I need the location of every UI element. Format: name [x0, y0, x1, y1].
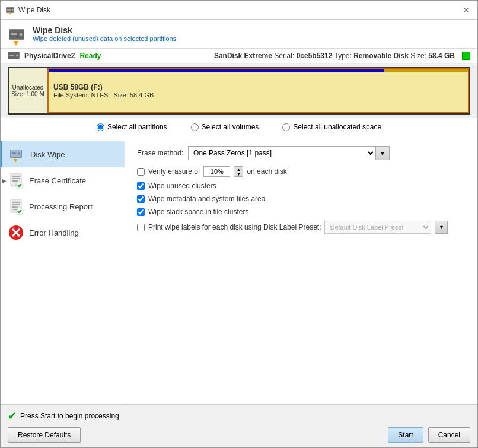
sidebar-item-processing-report-label: Processing Report — [29, 202, 93, 211]
svg-marker-4 — [9, 12, 11, 15]
drive-brand: SanDisk Extreme — [214, 52, 272, 60]
footer-status: ✔ Press Start to begin processing — [8, 409, 470, 422]
svg-rect-27 — [12, 206, 18, 208]
partition-size: Size: 58.4 GB — [113, 91, 154, 99]
svg-rect-13 — [9, 55, 14, 56]
sidebar-item-disk-wipe[interactable]: Disk Wipe — [1, 141, 125, 167]
wipe-disk-title-icon — [5, 5, 15, 15]
footer: ✔ Press Start to begin processing Restor… — [1, 404, 477, 447]
print-labels-checkbox[interactable] — [137, 224, 145, 231]
title-bar: Wipe Disk ✕ — [1, 1, 477, 20]
svg-marker-18 — [14, 159, 17, 163]
footer-buttons: Restore Defaults Start Cancel — [8, 427, 470, 443]
sidebar-item-error-handling[interactable]: Error Handling — [1, 220, 125, 246]
app-title: Wipe Disk — [33, 26, 176, 35]
svg-rect-8 — [11, 33, 17, 35]
spinner-down[interactable]: ▼ — [234, 171, 243, 176]
preset-select[interactable]: Default Disk Label Preset — [324, 221, 431, 234]
drive-icon — [8, 51, 20, 61]
erase-method-label: Erase method: — [137, 149, 183, 157]
drive-type: Removable Disk — [353, 52, 409, 60]
title-bar-left: Wipe Disk — [5, 5, 50, 15]
radio-all-unallocated-label: Select all unallocated space — [293, 123, 381, 131]
app-header: Wipe Disk Wipe deleted (unused) data on … — [1, 20, 477, 49]
radio-all-volumes-label: Select all volumes — [202, 123, 259, 131]
verify-erasure-row: Verify erasure of ▲ ▼ on each disk — [137, 166, 466, 177]
drive-size: 58.4 GB — [428, 52, 455, 60]
svg-point-2 — [12, 9, 14, 11]
drive-status: Ready — [79, 52, 101, 60]
sidebar-item-error-handling-label: Error Handling — [29, 228, 79, 237]
erase-method-row: Erase method: One Pass Zeros [1 pass] On… — [137, 146, 466, 160]
cancel-button[interactable]: Cancel — [428, 427, 470, 443]
status-icon: ✔ — [8, 409, 17, 422]
print-labels-label[interactable]: Print wipe labels for each disk using Di… — [148, 223, 321, 231]
drive-bar: PhysicalDrive2 Ready SanDisk Extreme Ser… — [1, 49, 477, 63]
erase-method-combo: One Pass Zeros [1 pass] One Pass Random … — [188, 146, 390, 160]
start-button[interactable]: Start — [388, 427, 423, 443]
close-button[interactable]: ✕ — [460, 4, 473, 17]
title-bar-text: Wipe Disk — [18, 6, 50, 14]
wipe-unused-checkbox[interactable] — [137, 182, 145, 190]
restore-defaults-button[interactable]: Restore Defaults — [8, 427, 81, 443]
erase-method-dropdown-btn[interactable]: ▼ — [375, 146, 390, 160]
right-panel: Erase method: One Pass Zeros [1 pass] On… — [125, 136, 477, 404]
wipe-metadata-checkbox[interactable] — [137, 195, 145, 203]
svg-rect-26 — [12, 204, 20, 205]
verify-erasure-checkbox[interactable] — [137, 168, 145, 176]
app-subtitle: Wipe deleted (unused) data on selected p… — [33, 35, 176, 42]
spinner-up[interactable]: ▲ — [234, 167, 243, 171]
error-handling-icon — [8, 224, 24, 241]
drive-serial: 0ce5b5312 — [297, 52, 333, 60]
radio-all-partitions-label: Select all partitions — [107, 123, 167, 131]
erase-method-select[interactable]: One Pass Zeros [1 pass] One Pass Random … — [188, 146, 375, 160]
drive-size-label: Size: — [410, 52, 426, 60]
main-content: Disk Wipe ▶ Erase Certificate — [1, 136, 477, 404]
verify-erasure-suffix: on each disk — [247, 167, 286, 176]
verify-percent-input[interactable] — [203, 166, 230, 177]
preset-dropdown-btn[interactable]: ▼ — [435, 221, 448, 234]
wipe-metadata-label[interactable]: Wipe metadata and system files area — [148, 195, 265, 203]
verify-erasure-label[interactable]: Verify erasure of — [148, 167, 200, 176]
drive-info: SanDisk Extreme Serial: 0ce5b5312 Type: … — [214, 52, 455, 60]
partition-main-info: File System: NTFS Size: 58.4 GB — [53, 91, 463, 99]
drive-status-indicator — [462, 52, 470, 60]
verify-percent-spinner[interactable]: ▲ ▼ — [234, 166, 243, 177]
wipe-unused-row: Wipe unused clusters — [137, 182, 466, 190]
svg-point-12 — [16, 55, 18, 57]
svg-marker-9 — [14, 41, 18, 46]
partition-visual: Unallocated Size: 1.00 M USB 58GB (F:) F… — [8, 67, 470, 115]
disk-wipe-icon — [9, 146, 26, 163]
partition-unallocated[interactable]: Unallocated Size: 1.00 M — [9, 68, 47, 113]
wipe-slack-label[interactable]: Wipe slack space in file clusters — [148, 208, 248, 216]
app-header-icon — [8, 24, 27, 43]
status-text: Press Start to begin processing — [20, 412, 119, 420]
wipe-slack-row: Wipe slack space in file clusters — [137, 208, 466, 216]
radio-all-partitions[interactable]: Select all partitions — [97, 123, 167, 131]
sidebar: Disk Wipe ▶ Erase Certificate — [1, 136, 125, 404]
drive-name: PhysicalDrive2 — [24, 52, 75, 60]
drive-serial-label: Serial: — [274, 52, 294, 60]
sidebar-item-erase-cert-label: Erase Certificate — [29, 176, 86, 185]
svg-point-16 — [18, 152, 20, 155]
partition-main[interactable]: USB 58GB (F:) File System: NTFS Size: 58… — [47, 68, 469, 113]
svg-rect-3 — [7, 9, 11, 11]
wipe-slack-checkbox[interactable] — [137, 208, 145, 216]
svg-rect-20 — [12, 176, 20, 177]
svg-rect-17 — [12, 152, 16, 154]
sidebar-item-erase-certificate[interactable]: ▶ Erase Certificate — [1, 167, 125, 193]
svg-rect-25 — [12, 202, 20, 203]
wipe-unused-label[interactable]: Wipe unused clusters — [148, 182, 216, 190]
radio-bar: Select all partitions Select all volumes… — [1, 118, 477, 136]
svg-rect-29 — [13, 209, 18, 210]
drive-type-label: Type: — [334, 52, 352, 60]
sidebar-item-processing-report[interactable]: Processing Report — [1, 193, 125, 220]
svg-rect-21 — [12, 178, 20, 179]
radio-all-unallocated[interactable]: Select all unallocated space — [282, 123, 381, 131]
svg-point-7 — [20, 33, 23, 36]
btn-right-group: Start Cancel — [388, 427, 470, 443]
partition-filesystem: File System: NTFS — [53, 91, 108, 99]
svg-rect-22 — [12, 180, 18, 182]
radio-all-volumes[interactable]: Select all volumes — [191, 123, 259, 131]
partition-unallocated-size: Size: 1.00 M — [11, 91, 44, 97]
